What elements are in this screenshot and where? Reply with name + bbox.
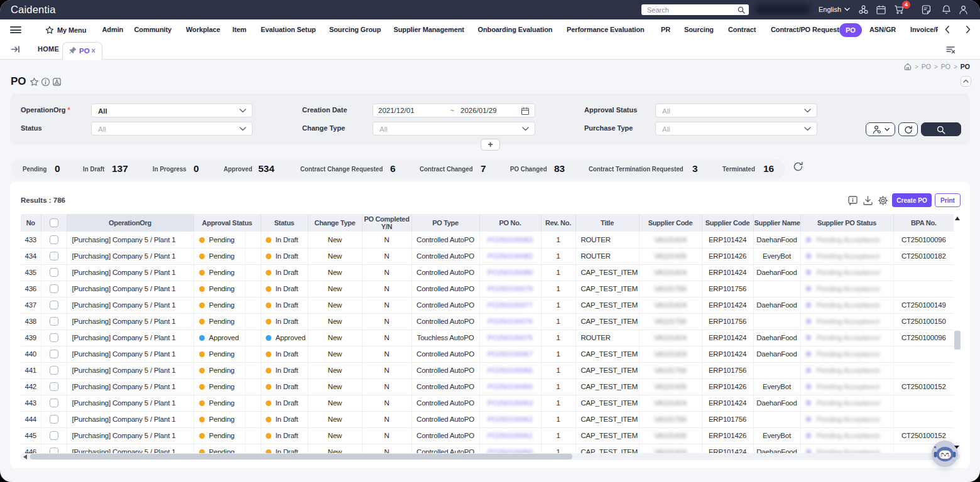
row-checkbox[interactable] xyxy=(50,284,58,293)
breadcrumb-item[interactable]: PO xyxy=(922,63,931,70)
table-body-viewport[interactable]: 433[Purchasing] Company 5 / Plant 1Pendi… xyxy=(21,232,954,453)
chatbot-button[interactable] xyxy=(932,441,958,467)
chatbot-resize-handle[interactable] xyxy=(954,446,959,449)
row-checkbox[interactable] xyxy=(50,268,58,277)
brand-logo[interactable]: Caidentia xyxy=(11,4,56,16)
nav-item-supplier-management[interactable]: Supplier Management xyxy=(394,26,464,33)
date-from[interactable]: 2021/12/01 xyxy=(378,107,415,114)
nav-scroll-left-icon[interactable] xyxy=(942,24,952,35)
favorite-star-icon[interactable] xyxy=(30,77,39,87)
download-icon[interactable] xyxy=(863,195,873,206)
search-input[interactable] xyxy=(647,5,729,14)
status-label-po-changed[interactable]: PO Changed xyxy=(510,165,547,173)
po-link[interactable]: PO250100060 xyxy=(487,448,533,453)
col-header-status[interactable]: Status xyxy=(261,214,308,232)
date-to[interactable]: 2026/01/29 xyxy=(460,107,497,114)
close-all-tabs-icon[interactable] xyxy=(945,45,956,55)
scroll-left-arrow[interactable] xyxy=(23,454,27,459)
po-link[interactable]: PO250100062 xyxy=(487,415,533,423)
nav-item-po[interactable]: PO xyxy=(839,23,862,37)
status-label-in-progress[interactable]: In Progress xyxy=(153,165,187,173)
print-button[interactable]: Print xyxy=(935,193,961,207)
nav-scroll-right-icon[interactable] xyxy=(963,24,973,35)
po-link[interactable]: PO250100061 xyxy=(487,432,533,439)
col-header-supplier-po-status[interactable]: Supplier PO Status xyxy=(800,214,893,232)
filter-field-creation-date[interactable]: 2021/12/01~2026/01/29 xyxy=(373,104,535,117)
user-filter-button[interactable] xyxy=(866,122,895,136)
col-header-title[interactable]: Title xyxy=(575,214,639,232)
row-checkbox[interactable] xyxy=(50,366,58,375)
reset-filter-button[interactable] xyxy=(898,122,918,136)
col-header-supplier-code[interactable]: Supplier Code xyxy=(639,214,702,232)
home-icon[interactable] xyxy=(904,63,912,70)
col-header-supplier-code[interactable]: Supplier Code xyxy=(702,214,753,232)
po-link[interactable]: PO250100075 xyxy=(487,334,533,341)
nav-item-my-menu[interactable]: My Menu xyxy=(45,26,86,35)
row-checkbox[interactable] xyxy=(50,235,58,244)
col-header-rev-no-[interactable]: Rev. No. xyxy=(541,214,575,232)
nav-item-pr[interactable]: PR xyxy=(661,26,670,33)
col-header-no[interactable]: No xyxy=(21,214,41,232)
row-checkbox[interactable] xyxy=(50,333,58,342)
hamburger-menu-icon[interactable] xyxy=(10,26,21,33)
row-checkbox[interactable] xyxy=(50,252,58,260)
po-link[interactable]: PO250100067 xyxy=(487,350,533,358)
col-header-bpa-no-[interactable]: BPA No. xyxy=(893,214,954,232)
breadcrumb-item[interactable]: PO xyxy=(941,63,950,70)
info-icon[interactable] xyxy=(41,77,50,87)
nav-item-item[interactable]: Item xyxy=(232,26,246,33)
nav-item-performance-evaluation[interactable]: Performance Evaluation xyxy=(567,26,645,33)
search-submit-button[interactable] xyxy=(921,122,961,136)
nav-item-contract-po-request[interactable]: Contract/PO Request xyxy=(771,26,839,33)
row-checkbox[interactable] xyxy=(50,399,58,407)
search-icon[interactable] xyxy=(738,6,745,14)
tab-close-icon[interactable]: × xyxy=(91,46,95,55)
status-label-in-draft[interactable]: In Draft xyxy=(83,165,104,173)
pin-icon[interactable] xyxy=(68,46,77,55)
tab-home[interactable]: HOME xyxy=(38,45,59,53)
manual-icon[interactable] xyxy=(52,77,62,87)
info-bubble-icon[interactable] xyxy=(847,195,858,206)
horizontal-scroll-thumb[interactable] xyxy=(30,454,572,459)
table-horizontal-scrollbar[interactable] xyxy=(21,453,960,460)
nav-item-contract[interactable]: Contract xyxy=(728,26,756,33)
nav-item-admin[interactable]: Admin xyxy=(102,26,124,33)
po-link[interactable]: PO250100076 xyxy=(487,318,533,325)
nav-item-community[interactable]: Community xyxy=(134,26,172,33)
col-header-checkbox[interactable] xyxy=(41,214,67,232)
summary-refresh-icon[interactable] xyxy=(793,161,803,172)
select-all-checkbox[interactable] xyxy=(50,218,58,227)
language-selector[interactable]: English xyxy=(819,6,841,13)
po-link[interactable]: PO250100065 xyxy=(487,383,533,390)
col-header-po-completed-y-n[interactable]: PO Completed Y/N xyxy=(362,214,411,232)
nav-item-invoice-payment[interactable]: Invoice/Payment xyxy=(910,26,938,33)
document-icon[interactable] xyxy=(921,4,932,15)
status-label-contract-change-requested[interactable]: Contract Change Requested xyxy=(300,165,383,173)
user-icon[interactable] xyxy=(958,4,969,15)
org-network-icon[interactable] xyxy=(858,4,869,15)
row-checkbox[interactable] xyxy=(50,317,58,326)
filter-field-status[interactable]: All xyxy=(91,122,253,136)
create-po-button[interactable]: Create PO xyxy=(892,193,932,207)
filter-field-operationorg[interactable]: All xyxy=(91,104,253,117)
po-link[interactable]: PO250100079 xyxy=(487,285,533,292)
col-header-operationorg[interactable]: OperationOrg xyxy=(67,214,193,232)
filter-field-change-type[interactable]: All xyxy=(373,122,535,136)
calendar-icon[interactable] xyxy=(521,107,530,115)
status-label-contract-termination-requested[interactable]: Contract Termination Requested xyxy=(589,165,683,173)
tab-po[interactable]: PO × xyxy=(62,42,102,60)
chevron-down-icon[interactable] xyxy=(844,8,850,11)
status-label-contract-changed[interactable]: Contract Changed xyxy=(420,165,473,173)
po-link[interactable]: PO250100066 xyxy=(487,367,533,374)
row-checkbox[interactable] xyxy=(50,431,58,440)
filter-field-approval-status[interactable]: All xyxy=(655,104,817,117)
nav-item-sourcing[interactable]: Sourcing xyxy=(684,26,714,33)
collapse-filter-button[interactable] xyxy=(961,76,971,87)
row-checkbox[interactable] xyxy=(50,350,58,358)
col-header-approval-status[interactable]: Approval Status xyxy=(193,214,261,232)
col-header-po-no-[interactable]: PO No. xyxy=(479,214,541,232)
calendar-icon[interactable] xyxy=(876,4,886,15)
col-header-po-type[interactable]: PO Type xyxy=(411,214,479,232)
nav-item-asn-gr[interactable]: ASN/GR xyxy=(869,26,896,33)
col-header-change-type[interactable]: Change Type xyxy=(308,214,362,232)
